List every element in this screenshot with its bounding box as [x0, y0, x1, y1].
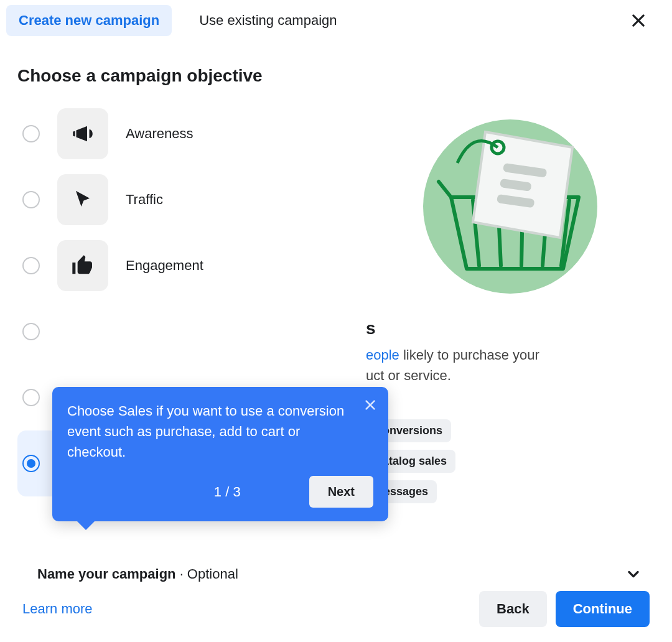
good-for-chips: Conversions Catalog sales Messages — [366, 419, 655, 503]
objective-awareness[interactable]: Awareness — [17, 101, 341, 167]
radio-traffic[interactable] — [22, 191, 40, 208]
detail-heading: s — [366, 319, 655, 338]
good-for-label: for: — [366, 394, 655, 411]
sales-illustration — [417, 113, 604, 300]
learn-more-link[interactable]: Learn more — [22, 601, 93, 617]
close-icon — [363, 398, 377, 412]
megaphone-icon — [57, 108, 108, 159]
cursor-icon — [57, 174, 108, 225]
objective-traffic[interactable]: Traffic — [17, 167, 341, 233]
objective-engagement[interactable]: Engagement — [17, 233, 341, 299]
section-title: Choose a campaign objective — [0, 41, 672, 101]
radio-awareness[interactable] — [22, 125, 40, 142]
radio-engagement[interactable] — [22, 257, 40, 274]
chevron-down-icon — [625, 565, 642, 583]
tooltip-text: Choose Sales if you want to use a conver… — [67, 401, 373, 462]
tooltip-step-counter: 1 / 3 — [214, 484, 241, 500]
objective-label: Traffic — [126, 192, 163, 208]
back-button[interactable]: Back — [479, 591, 547, 627]
objective-label: Engagement — [126, 258, 203, 274]
radio-hidden-1[interactable] — [22, 323, 40, 340]
header-tabs: Create new campaign Use existing campaig… — [0, 0, 672, 41]
detail-description: eople likely to purchase your uct or ser… — [366, 345, 655, 386]
continue-button[interactable]: Continue — [556, 591, 650, 627]
objective-label: Awareness — [126, 126, 193, 142]
radio-sales[interactable] — [22, 455, 40, 472]
close-icon — [630, 12, 647, 29]
objective-hidden-1[interactable] — [17, 299, 341, 365]
description-link-fragment: eople — [366, 347, 399, 363]
accordion-title: Name your campaign · Optional — [37, 566, 238, 582]
tab-create-new-campaign[interactable]: Create new campaign — [6, 5, 172, 36]
tab-use-existing-campaign[interactable]: Use existing campaign — [187, 5, 349, 36]
objective-detail-panel: s eople likely to purchase your uct or s… — [366, 101, 655, 503]
onboarding-tooltip: Choose Sales if you want to use a conver… — [52, 387, 388, 521]
radio-hidden-2[interactable] — [22, 389, 40, 406]
dialog-footer: Learn more Back Continue — [0, 591, 672, 627]
tooltip-close-button[interactable] — [363, 398, 377, 414]
close-button[interactable] — [625, 7, 652, 34]
thumbs-up-icon — [57, 240, 108, 291]
tooltip-next-button[interactable]: Next — [309, 476, 373, 508]
